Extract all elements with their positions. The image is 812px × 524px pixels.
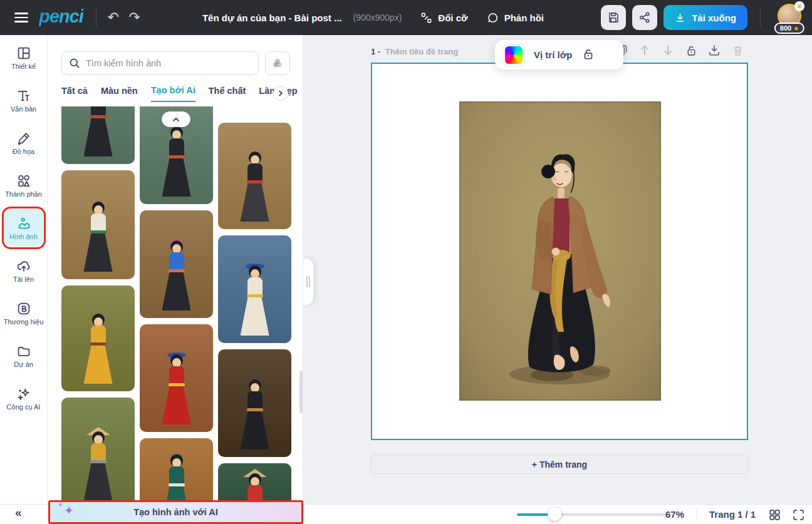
save-button[interactable] [601, 5, 626, 30]
feedback-label: Phản hồi [504, 13, 544, 23]
account-menu[interactable]: ♛ 800★ [776, 3, 803, 33]
figure-illustration [78, 202, 118, 272]
canvas-area: 1 - Thêm tiêu đề trang [303, 35, 812, 504]
selection-toolbar: Vị trí lớp [495, 40, 623, 69]
collapse-sidebar-button[interactable]: « [15, 506, 22, 520]
figure-illustration [157, 126, 197, 197]
download-button[interactable]: Tải xuống [664, 5, 747, 30]
grid-column [140, 106, 213, 504]
zoom-level: 67% [665, 509, 684, 520]
scroll-to-top-button[interactable] [162, 111, 190, 127]
canvas-artwork[interactable] [459, 101, 661, 401]
brand-icon [16, 301, 31, 316]
pen-icon [16, 131, 31, 146]
image-result[interactable] [140, 324, 213, 432]
resize-button[interactable]: Đổi cỡ [420, 12, 467, 24]
tabs-scroll-right-button[interactable] [273, 86, 288, 101]
panel-collapse-handle[interactable] [303, 259, 313, 305]
sidebar-item-projects[interactable]: Dự án [4, 337, 43, 374]
page-indicator[interactable]: Trang 1 / 1 [709, 509, 756, 520]
lock-layer-button[interactable] [581, 47, 595, 63]
image-result[interactable] [140, 438, 213, 504]
grid-view-button[interactable] [767, 507, 782, 522]
app-window: penci ↶ ↷ Tên dự án của bạn - Bài post .… [0, 0, 812, 524]
layout-icon [16, 46, 31, 61]
grid-column [61, 106, 135, 504]
rainbow-swatch-icon [505, 46, 523, 64]
image-result[interactable] [61, 106, 135, 164]
sidebar-item-text[interactable]: Văn bản [4, 81, 43, 119]
sidebar-item-images[interactable]: Hình ảnh [4, 209, 43, 247]
color-picker-button[interactable] [502, 44, 525, 66]
image-result[interactable] [140, 210, 213, 318]
images-panel: Tất cảMàu nềnTạo bởi AiThể chấtLàm Đẹp [48, 35, 303, 504]
sidebar-item-brand[interactable]: Thương hiệu [4, 294, 43, 332]
sidebar-item-design[interactable]: Thiết kế [4, 39, 43, 76]
figure-illustration [78, 106, 118, 157]
move-up-button[interactable] [637, 43, 652, 58]
figure-illustration [235, 265, 275, 336]
project-title[interactable]: Tên dự án của bạn - Bài post ... [202, 13, 342, 23]
zoom-slider-track[interactable] [517, 513, 667, 516]
tab-tạo-bởi-ai[interactable]: Tạo bởi Ai [151, 85, 195, 102]
text-icon [16, 88, 31, 103]
move-down-button[interactable] [660, 43, 675, 58]
chevron-up-icon [172, 115, 180, 124]
page-label[interactable]: 1 - Thêm tiêu đề trang [371, 47, 458, 56]
image-result[interactable] [218, 349, 291, 457]
design-page[interactable] [371, 63, 748, 440]
image-result[interactable] [61, 285, 135, 391]
figure-illustration [157, 354, 197, 424]
image-result[interactable] [61, 170, 135, 279]
menu-icon[interactable] [9, 5, 34, 30]
image-search-box[interactable] [61, 51, 259, 75]
figure-illustration [78, 314, 118, 384]
left-sidebar: Thiết kế Văn bản Đồ họa Thành phần Hình … [0, 35, 48, 504]
ai-button-label: Tạo hình ảnh với AI [133, 507, 218, 517]
search-icon [68, 57, 81, 69]
design-dimensions: (900x900px) [353, 13, 402, 23]
lock-page-button[interactable] [684, 43, 699, 58]
figure-illustration [235, 379, 275, 450]
sidebar-item-uploads[interactable]: Tải lên [4, 252, 43, 289]
sidebar-item-graphics[interactable]: Đồ họa [4, 124, 43, 162]
image-result[interactable] [218, 463, 291, 504]
layer-position-button[interactable]: Vị trí lớp [534, 49, 573, 60]
delete-page-button[interactable] [730, 43, 745, 58]
page-actions [614, 43, 745, 58]
undo-icon[interactable]: ↶ [103, 7, 124, 28]
folder-icon [16, 344, 31, 359]
share-button[interactable] [632, 5, 657, 30]
zoom-slider-thumb[interactable] [548, 507, 561, 521]
star-icon: ★ [793, 25, 799, 32]
color-filter-button[interactable] [265, 51, 290, 75]
image-result[interactable] [218, 235, 291, 343]
sidebar-item-ai-tools[interactable]: Công cụ AI [4, 379, 43, 417]
image-result[interactable] [61, 398, 135, 504]
download-icon [675, 13, 685, 23]
arrow-down-icon [661, 43, 675, 57]
shapes-icon [16, 173, 31, 188]
sidebar-item-components[interactable]: Thành phần [4, 167, 43, 204]
download-page-button[interactable] [707, 43, 722, 58]
figure-illustration [235, 473, 275, 504]
grid-column [218, 123, 291, 504]
generate-ai-image-button[interactable]: ✦✦ Tạo hình ảnh với AI [48, 500, 303, 524]
redo-icon[interactable]: ↷ [124, 7, 145, 28]
crown-badge-icon: ♛ [794, 1, 804, 11]
figure-illustration [235, 152, 275, 222]
tab-thể-chất[interactable]: Thể chất [209, 86, 246, 101]
panel-scrollbar[interactable] [299, 371, 303, 413]
save-icon [607, 11, 620, 24]
figure-illustration [157, 240, 197, 311]
image-result[interactable] [218, 123, 291, 229]
figure-illustration [78, 431, 118, 501]
divider [760, 8, 761, 27]
tab-tất-cả[interactable]: Tất cả [61, 86, 88, 101]
tab-màu-nền[interactable]: Màu nền [101, 86, 138, 101]
search-input[interactable] [86, 58, 252, 68]
add-page-button[interactable]: + Thêm trang [371, 455, 748, 474]
fullscreen-button[interactable] [791, 507, 806, 522]
top-bar: penci ↶ ↷ Tên dự án của bạn - Bài post .… [0, 0, 812, 35]
feedback-button[interactable]: Phản hồi [487, 12, 544, 24]
